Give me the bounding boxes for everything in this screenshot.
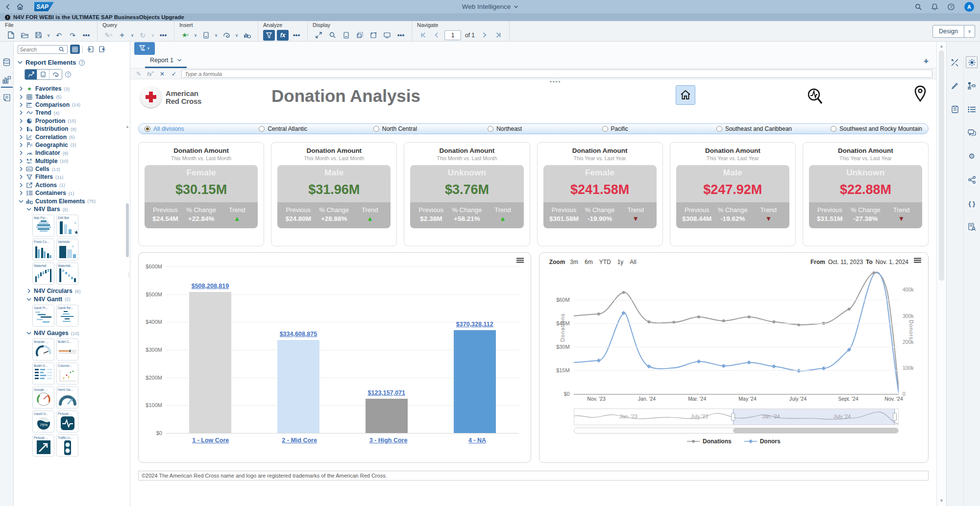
- to-date-input[interactable]: Nov. 1, 2024: [876, 259, 908, 265]
- map-view-button[interactable]: [914, 85, 927, 104]
- zoom-ytd-button[interactable]: YTD: [599, 259, 611, 265]
- open-document-button[interactable]: [19, 30, 30, 41]
- tile-age-pyramid[interactable]: Age Pyr...: [32, 215, 54, 237]
- formula-cancel-icon[interactable]: ✕: [158, 71, 167, 77]
- tile-fixed-column[interactable]: Fixed Co...: [32, 239, 54, 261]
- bar-chart-menu-icon[interactable]: [516, 258, 524, 263]
- chart-navigator[interactable]: Jan. '23 July '23 Jan. '24 July '24: [574, 409, 899, 425]
- line-chart-menu-icon[interactable]: [914, 258, 921, 263]
- bar-category-link[interactable]: 1 - Low Core: [166, 437, 255, 444]
- notification-bar[interactable]: ! N4V FOR WEBI is the ULTIMATE SAP Busin…: [0, 13, 980, 21]
- zoom-6m-button[interactable]: 6m: [585, 259, 593, 265]
- app-title[interactable]: Web Intelligence: [462, 3, 518, 10]
- tile-bullet-grid[interactable]: Bullet G...: [32, 362, 54, 385]
- edit-query-button[interactable]: ✎0: [102, 30, 114, 41]
- insert-element-chevron[interactable]: ∨: [193, 33, 198, 38]
- tile-waterfall-2[interactable]: Waterfall...: [56, 263, 78, 285]
- tree-item-custom-elements[interactable]: Custom Elements(75): [19, 197, 130, 205]
- tile-pictural-pulse[interactable]: Pictural ...: [56, 410, 78, 433]
- query-more-button[interactable]: •••: [157, 30, 169, 41]
- tree-group-n4v-gantt[interactable]: N4V Gantt(2): [19, 295, 130, 303]
- tree-item-geographic[interactable]: Geographic(3): [19, 141, 130, 149]
- tables-category-toggle[interactable]: [37, 70, 49, 79]
- formula-editor-icon[interactable]: fx+: [146, 71, 155, 77]
- insert-into-report-button[interactable]: [85, 45, 95, 54]
- first-page-button[interactable]: [417, 30, 429, 41]
- tile-hemi-gauge[interactable]: Hemi Ga...: [56, 386, 78, 409]
- refresh-button[interactable]: ↻: [137, 30, 148, 41]
- tree-group-n4v-circulars[interactable]: N4V Circulars(8): [19, 287, 130, 295]
- formula-bar-toggle-button[interactable]: fx: [277, 30, 289, 41]
- navigation-list-icon[interactable]: [966, 103, 978, 115]
- zoom-button[interactable]: [326, 30, 338, 41]
- share-icon[interactable]: [966, 174, 978, 186]
- bar-category-link[interactable]: 4 - NA: [433, 437, 521, 444]
- tile-gantt-project[interactable]: Gantt Pr...: [32, 305, 54, 327]
- insert-element-button[interactable]: ★≡: [179, 30, 191, 41]
- chart-scrollbar[interactable]: [574, 428, 899, 434]
- tile-drill-bar[interactable]: Drill Bar★≋: [56, 215, 78, 237]
- donation-bar-chart[interactable]: $600M $500M $400M $300M $200M $100M $0 $…: [138, 252, 531, 463]
- legend-donations[interactable]: Donations: [687, 438, 732, 445]
- tile-variwide[interactable]: Variwide≋: [56, 239, 78, 261]
- tile-colorized-scatter[interactable]: Colorize...: [56, 362, 78, 385]
- bar-category-link[interactable]: 2 - Mid Core: [255, 437, 343, 444]
- navigator-left-handle[interactable]: [731, 413, 735, 421]
- page-mode-button[interactable]: [340, 30, 352, 41]
- tile-google-gauge[interactable]: Google ...: [32, 386, 54, 409]
- kpi-card-female-month[interactable]: Donation AmountThis Month vs. Last Month…: [138, 142, 264, 246]
- presentation-mode-button[interactable]: [381, 30, 393, 41]
- bar-low-core[interactable]: $508,208,819: [189, 292, 231, 433]
- panel-scrollbar[interactable]: ▲: [125, 125, 129, 503]
- search-input[interactable]: [20, 47, 59, 52]
- formula-edit-icon[interactable]: ✎: [134, 71, 143, 77]
- navigator-selected-range[interactable]: [733, 409, 895, 425]
- line-plot-area[interactable]: Donations Donors $60M $45M $30M $15M $0 …: [574, 271, 899, 394]
- design-mode-chevron[interactable]: ∨: [964, 25, 975, 38]
- tile-gantt-resource[interactable]: Gantt Re...: [56, 305, 78, 327]
- chart-scrollbar-thumb[interactable]: [733, 428, 898, 433]
- tree-group-n4v-bars[interactable]: N4V Bars(6): [19, 205, 130, 213]
- tree-item-indicator[interactable]: Indicator(8): [19, 149, 130, 157]
- tree-item-actions[interactable]: Actions(1): [19, 181, 130, 189]
- zoom-1y-button[interactable]: 1y: [617, 259, 624, 265]
- insert-custom-element-button[interactable]: [241, 30, 253, 41]
- settings-gear-icon[interactable]: ⚙: [966, 150, 978, 162]
- navigator-right-handle[interactable]: [893, 413, 897, 421]
- tile-bullet-chart[interactable]: Bullet C...: [56, 338, 78, 361]
- grid-view-button[interactable]: [70, 45, 80, 54]
- tab-report-1[interactable]: Report 1: [145, 55, 187, 68]
- user-avatar[interactable]: A: [964, 2, 974, 12]
- main-scrollbar[interactable]: ▲ ▼: [936, 42, 946, 506]
- tree-item-correlation[interactable]: Correlation(6): [19, 133, 130, 141]
- add-report-button[interactable]: +: [924, 56, 929, 66]
- search-icon[interactable]: [915, 3, 922, 10]
- design-mode-button[interactable]: Design: [932, 25, 964, 38]
- add-filter-button[interactable]: ∨: [134, 42, 155, 55]
- data-sources-icon[interactable]: [2, 57, 12, 67]
- new-document-button[interactable]: [5, 30, 17, 41]
- format-painter-icon[interactable]: [949, 80, 961, 92]
- tile-angular-gauge[interactable]: Angular ...: [32, 338, 54, 361]
- insert-page-button[interactable]: [368, 30, 379, 41]
- code-braces-icon[interactable]: { }: [966, 197, 978, 209]
- copy-page-button[interactable]: [354, 30, 366, 41]
- kpi-card-female-year[interactable]: Donation AmountThis Year vs. Last Year F…: [537, 142, 663, 246]
- kpi-card-male-month[interactable]: Donation AmountThis Month vs. Last Month…: [271, 142, 397, 246]
- insert-cell-chevron[interactable]: ∨: [214, 33, 219, 38]
- report-elements-rail-icon[interactable]: [2, 75, 12, 85]
- back-icon[interactable]: [6, 4, 10, 10]
- element-settings-icon[interactable]: [966, 56, 978, 68]
- tree-item-filters[interactable]: Filters(11): [19, 173, 130, 181]
- tree-group-n4v-gauges[interactable]: N4V Gauges(10): [19, 329, 130, 337]
- redo-button[interactable]: ↷: [67, 30, 78, 41]
- tree-item-proportion[interactable]: Proportion(15): [19, 117, 130, 125]
- kpi-card-unknown-month[interactable]: Donation AmountThis Month vs. Last Month…: [404, 142, 530, 246]
- pin-panel-button[interactable]: [98, 45, 107, 54]
- division-option-northeast[interactable]: Northeast: [488, 125, 602, 132]
- save-button[interactable]: [32, 30, 44, 41]
- tile-liquid-gauge[interactable]: Liquid G...75%: [32, 410, 54, 433]
- insert-shape-chevron[interactable]: ∨: [234, 33, 239, 38]
- panel-title[interactable]: Report Elements ?: [14, 56, 130, 67]
- build-tools-icon[interactable]: [949, 56, 961, 68]
